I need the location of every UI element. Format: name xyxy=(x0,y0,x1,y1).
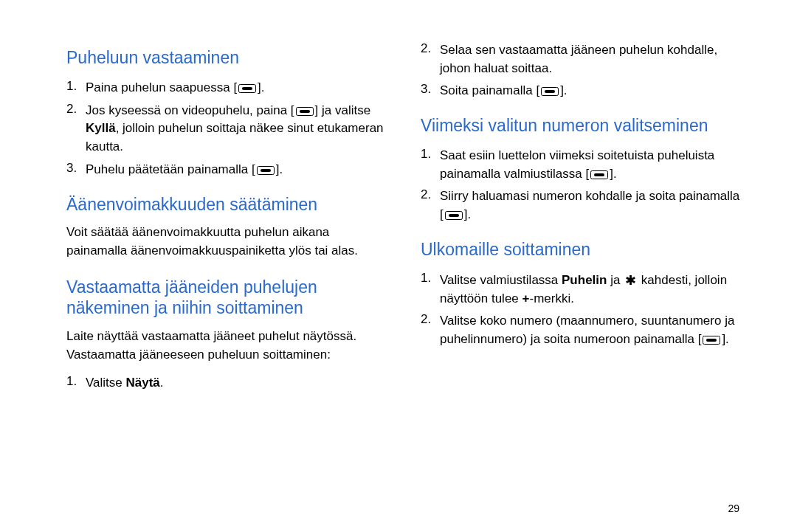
right-column: 2.Selaa sen vastaamatta jääneen puhelun … xyxy=(421,37,745,510)
list-item-number: 1. xyxy=(66,374,86,389)
list-item-text: Paina puhelun saapuessa []. xyxy=(86,79,265,97)
call-key-icon xyxy=(541,82,559,100)
list-item-number: 2. xyxy=(66,102,86,117)
manual-page: Puheluun vastaaminen 1.Paina puhelun saa… xyxy=(0,0,797,532)
section-heading-answering: Puheluun vastaaminen xyxy=(66,47,391,69)
lastdial-steps: 1.Saat esiin luettelon viimeksi soitetui… xyxy=(421,142,745,229)
list-item: 3.Puhelu päätetään painamalla []. xyxy=(66,161,391,179)
list-item-number: 2. xyxy=(421,312,440,327)
list-item-text: Puhelu päätetään painamalla []. xyxy=(86,161,283,179)
list-item-text: Valitse Näytä. xyxy=(86,374,164,393)
svg-rect-3 xyxy=(300,110,310,113)
call-key-icon xyxy=(296,102,314,120)
list-item: 2.Selaa sen vastaamatta jääneen puhelun … xyxy=(421,41,745,77)
svg-rect-9 xyxy=(594,173,604,176)
list-item: 2.Siirry haluamasi numeron kohdalle ja s… xyxy=(421,187,745,224)
list-item-text: Siirry haluamasi numeron kohdalle ja soi… xyxy=(440,187,745,224)
star-key-icon: ✱ xyxy=(625,271,636,290)
list-item: 1.Valitse valmiustilassa Puhelin ja ✱ ka… xyxy=(421,271,745,308)
list-item-text: Valitse koko numero (maannumero, suuntan… xyxy=(440,312,745,348)
left-column: Puheluun vastaaminen 1.Paina puhelun saa… xyxy=(66,37,391,510)
list-item-number: 1. xyxy=(421,147,440,162)
section-heading-lastdial: Viimeksi valitun numeron valitseminen xyxy=(421,115,745,137)
missed-body: Laite näyttää vastaamatta jääneet puhelu… xyxy=(66,328,391,364)
intl-steps: 1.Valitse valmiustilassa Puhelin ja ✱ ka… xyxy=(421,266,745,353)
list-item: 2.Jos kyseessä on videopuhelu, paina [] … xyxy=(66,102,391,156)
list-item-number: 2. xyxy=(421,187,440,202)
svg-rect-13 xyxy=(706,339,717,342)
section-heading-volume: Äänenvoimakkuuden säätäminen xyxy=(66,194,391,215)
list-item-number: 3. xyxy=(66,161,86,176)
list-item-number: 1. xyxy=(66,79,86,94)
call-key-icon xyxy=(445,206,463,224)
list-item: 3.Soita painamalla []. xyxy=(421,82,745,100)
missed-steps-cont: 2.Selaa sen vastaamatta jääneen puhelun … xyxy=(421,37,745,105)
list-item: 1.Paina puhelun saapuessa []. xyxy=(66,79,391,97)
list-item-text: Saat esiin luettelon viimeksi soitetuist… xyxy=(440,147,745,183)
svg-rect-11 xyxy=(449,214,459,217)
section-heading-intl: Ulkomaille soittaminen xyxy=(421,239,745,260)
answering-steps: 1.Paina puhelun saapuessa [].2.Jos kysee… xyxy=(66,75,391,184)
list-item: 1.Saat esiin luettelon viimeksi soitetui… xyxy=(421,147,745,183)
section-heading-missed: Vastaamatta jääneiden puhelujen näkemine… xyxy=(66,277,391,319)
call-key-icon xyxy=(238,79,256,97)
list-item-text: Soita painamalla []. xyxy=(440,82,567,100)
list-item: 2.Valitse koko numero (maannumero, suunt… xyxy=(421,312,745,348)
page-number: 29 xyxy=(728,502,739,514)
volume-body: Voit säätää äänenvoimakkuutta puhelun ai… xyxy=(66,224,391,260)
list-item-number: 1. xyxy=(421,271,440,286)
list-item-text: Valitse valmiustilassa Puhelin ja ✱ kahd… xyxy=(440,271,745,308)
list-item-number: 2. xyxy=(421,41,440,56)
list-item-text: Selaa sen vastaamatta jääneen puhelun ko… xyxy=(440,41,745,77)
call-key-icon xyxy=(257,161,275,179)
call-key-icon xyxy=(703,331,720,349)
call-key-icon xyxy=(590,165,608,184)
list-item-text: Jos kyseessä on videopuhelu, paina [] ja… xyxy=(86,102,391,156)
svg-rect-7 xyxy=(545,90,555,93)
svg-rect-1 xyxy=(242,87,252,90)
missed-steps: 1.Valitse Näytä. xyxy=(66,370,391,397)
list-item-number: 3. xyxy=(421,82,440,97)
svg-rect-5 xyxy=(261,169,271,172)
list-item: 1.Valitse Näytä. xyxy=(66,374,391,393)
